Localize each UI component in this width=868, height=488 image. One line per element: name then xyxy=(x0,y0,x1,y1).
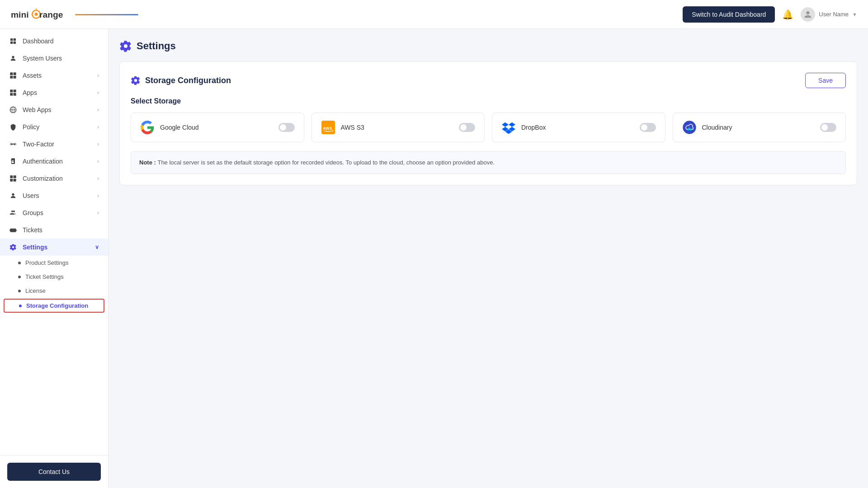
svg-rect-7 xyxy=(14,72,16,75)
svg-rect-19 xyxy=(10,175,13,178)
aws-s3-toggle[interactable] xyxy=(459,123,475,132)
google-cloud-label: Google Cloud xyxy=(160,124,199,131)
svg-point-5 xyxy=(12,56,14,58)
svg-rect-21 xyxy=(10,179,13,182)
storage-config-icon xyxy=(131,75,141,85)
policy-chevron-icon: › xyxy=(97,124,99,130)
sidebar-item-label-policy: Policy xyxy=(23,123,39,131)
svg-text:mini: mini xyxy=(11,10,29,19)
sidebar-item-groups[interactable]: Groups › xyxy=(0,204,108,221)
svg-point-30 xyxy=(687,129,689,131)
users-chevron-icon: › xyxy=(97,192,99,199)
select-storage-section: Select Storage xyxy=(131,97,846,174)
sidebar-item-system-users[interactable]: System Users xyxy=(0,50,108,67)
submenu-item-product-settings[interactable]: Product Settings xyxy=(0,256,108,270)
contact-us-button[interactable]: Contact Us xyxy=(7,463,101,481)
cloudinary-toggle[interactable] xyxy=(820,123,836,132)
user-name-label: User Name xyxy=(819,11,849,18)
switch-audit-dashboard-button[interactable]: Switch to Audit Dashboard xyxy=(683,6,775,23)
svg-text:AWS: AWS xyxy=(323,126,332,131)
submenu-item-storage-configuration[interactable]: Storage Configuration xyxy=(4,299,104,313)
dashboard-icon xyxy=(9,37,17,45)
sidebar-item-label-system-users: System Users xyxy=(23,55,62,62)
sidebar-item-tickets[interactable]: Tickets xyxy=(0,221,108,239)
card-header: Storage Configuration Save xyxy=(131,73,846,88)
tickets-icon xyxy=(9,226,17,234)
svg-point-25 xyxy=(13,211,15,212)
sidebar-item-label-groups: Groups xyxy=(23,209,43,216)
card-title: Storage Configuration xyxy=(131,75,231,85)
storage-config-card: Storage Configuration Save Select Storag… xyxy=(119,61,857,185)
header: mini range Switch to Audit Dashboard 🔔 U… xyxy=(0,0,868,29)
svg-rect-13 xyxy=(14,93,16,96)
submenu-item-license[interactable]: License xyxy=(0,284,108,298)
web-apps-icon xyxy=(9,106,17,114)
dropbox-logo xyxy=(501,120,516,135)
apps-icon xyxy=(9,89,17,97)
authentication-chevron-icon: › xyxy=(97,158,99,164)
submenu-label-license: License xyxy=(25,287,46,294)
page-heading: Settings xyxy=(137,40,176,52)
two-factor-icon xyxy=(9,140,17,148)
sidebar-item-customization[interactable]: Customization › xyxy=(0,170,108,187)
sidebar-item-two-factor[interactable]: Two-Factor › xyxy=(0,136,108,153)
layout: Dashboard System Users Assets xyxy=(0,29,868,488)
settings-chevron-icon: ∨ xyxy=(95,244,99,250)
sidebar-item-assets[interactable]: Assets › xyxy=(0,67,108,84)
customization-chevron-icon: › xyxy=(97,175,99,182)
sidebar-item-policy[interactable]: Policy › xyxy=(0,118,108,136)
header-right: Switch to Audit Dashboard 🔔 User Name ▼ xyxy=(683,6,857,23)
cloudinary-logo xyxy=(682,120,697,135)
groups-chevron-icon: › xyxy=(97,210,99,216)
storage-option-google-cloud[interactable]: Google Cloud xyxy=(131,113,304,142)
authentication-icon xyxy=(9,157,17,165)
notification-icon[interactable]: 🔔 xyxy=(782,9,793,20)
sidebar-item-settings[interactable]: Settings ∨ xyxy=(0,239,108,256)
web-apps-chevron-icon: › xyxy=(97,107,99,113)
sidebar-item-label-settings: Settings xyxy=(23,244,47,251)
sidebar-item-label-assets: Assets xyxy=(23,72,42,79)
user-menu[interactable]: User Name ▼ xyxy=(801,7,857,22)
sidebar-item-label-customization: Customization xyxy=(23,175,63,182)
submenu-label-product-settings: Product Settings xyxy=(25,259,68,266)
page-title-icon xyxy=(119,40,132,52)
avatar xyxy=(801,7,815,22)
google-cloud-toggle[interactable] xyxy=(278,123,295,132)
svg-rect-9 xyxy=(14,76,16,79)
storage-option-dropbox[interactable]: DropBox xyxy=(492,113,665,142)
save-button[interactable]: Save xyxy=(805,73,846,88)
storage-option-cloudinary[interactable]: Cloudinary xyxy=(673,113,846,142)
sidebar-item-users[interactable]: Users › xyxy=(0,187,108,204)
aws-s3-logo: AWS xyxy=(321,120,335,135)
card-title-text: Storage Configuration xyxy=(145,76,231,85)
sidebar-item-authentication[interactable]: Authentication › xyxy=(0,153,108,170)
sidebar-item-web-apps[interactable]: Web Apps › xyxy=(0,101,108,118)
two-factor-chevron-icon: › xyxy=(97,141,99,147)
settings-icon xyxy=(9,243,17,251)
submenu-item-ticket-settings[interactable]: Ticket Settings xyxy=(0,270,108,284)
storage-options-grid: Google Cloud AWS xyxy=(131,113,846,142)
svg-point-2 xyxy=(35,13,38,16)
submenu-dot-product-settings xyxy=(18,262,21,264)
google-cloud-logo xyxy=(140,120,155,135)
sidebar-item-label-users: Users xyxy=(23,192,39,199)
sidebar-item-label-tickets: Tickets xyxy=(23,226,42,234)
sidebar-item-apps[interactable]: Apps › xyxy=(0,84,108,101)
sidebar-item-label-two-factor: Two-Factor xyxy=(23,141,54,148)
sidebar-item-dashboard[interactable]: Dashboard xyxy=(0,33,108,50)
svg-point-31 xyxy=(689,129,691,131)
sidebar-item-label-dashboard: Dashboard xyxy=(23,38,54,45)
sidebar-item-label-authentication: Authentication xyxy=(23,158,63,165)
dropbox-toggle[interactable] xyxy=(640,123,656,132)
svg-rect-10 xyxy=(10,89,13,92)
settings-submenu: Product Settings Ticket Settings License… xyxy=(0,256,108,313)
svg-point-24 xyxy=(11,211,13,212)
sidebar-footer: Contact Us xyxy=(0,455,108,488)
storage-option-aws-s3[interactable]: AWS AWS S3 xyxy=(311,113,485,142)
svg-rect-12 xyxy=(10,93,13,96)
main-content: Settings Storage Configuration Save Sele… xyxy=(108,29,868,488)
cloudinary-label: Cloudinary xyxy=(702,124,732,131)
svg-point-23 xyxy=(12,193,14,196)
note-text: The local server is set as the default s… xyxy=(157,159,495,166)
svg-rect-11 xyxy=(14,89,16,92)
